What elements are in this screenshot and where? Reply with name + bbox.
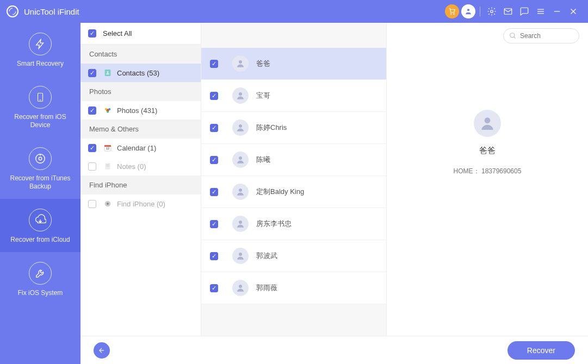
svg-point-30 bbox=[239, 60, 242, 64]
avatar-icon bbox=[232, 55, 249, 72]
contact-checkbox[interactable] bbox=[210, 220, 218, 228]
nav-icon-4 bbox=[29, 262, 52, 285]
recover-button[interactable]: Recover bbox=[507, 341, 575, 360]
titlebar: UnicTool iFindit bbox=[0, 0, 588, 23]
select-all-label: Select All bbox=[103, 29, 132, 37]
svg-point-21 bbox=[107, 111, 109, 113]
search-box[interactable] bbox=[503, 28, 579, 43]
svg-point-17 bbox=[107, 71, 109, 73]
contact-row[interactable]: 陈婷Chris bbox=[201, 112, 386, 144]
nav-icon-2 bbox=[29, 147, 52, 170]
category-item[interactable]: Find iPhone (0) bbox=[81, 194, 201, 213]
avatar-icon bbox=[232, 248, 249, 264]
svg-point-34 bbox=[239, 189, 242, 192]
svg-line-39 bbox=[514, 37, 516, 39]
nav-item-4[interactable]: Fix iOS System bbox=[0, 252, 81, 305]
svg-point-32 bbox=[239, 124, 242, 128]
detail-field-label: HOME： bbox=[454, 167, 480, 175]
category-checkbox[interactable] bbox=[88, 106, 96, 115]
category-item[interactable]: Photos (431) bbox=[81, 101, 201, 120]
contact-row[interactable]: 郭波武 bbox=[201, 240, 386, 272]
avatar-icon bbox=[232, 216, 249, 232]
nav-item-3[interactable]: Recover from iCloud bbox=[0, 199, 81, 252]
account-button[interactable] bbox=[460, 3, 476, 20]
nav-item-0[interactable]: Smart Recovery bbox=[0, 23, 81, 76]
nav-label: Recover from iTunes Backup bbox=[4, 174, 76, 191]
detail-name: 爸爸 bbox=[387, 146, 588, 156]
svg-point-33 bbox=[239, 156, 242, 160]
category-checkbox[interactable] bbox=[88, 144, 96, 152]
svg-point-20 bbox=[108, 108, 110, 110]
cart-button[interactable] bbox=[444, 3, 460, 20]
app-title: UnicTool iFindit bbox=[24, 7, 79, 16]
bottom-bar: Recover bbox=[81, 336, 588, 364]
contact-row[interactable]: 宝哥 bbox=[201, 80, 386, 112]
select-all-row[interactable]: Select All bbox=[81, 23, 201, 45]
back-button[interactable] bbox=[94, 342, 110, 359]
svg-point-3 bbox=[491, 10, 493, 13]
nav-item-1[interactable]: Recover from iOS Device bbox=[0, 76, 81, 137]
contact-name: 陈曦 bbox=[256, 155, 270, 165]
svg-point-14 bbox=[39, 157, 42, 160]
category-item[interactable]: Contacts (53) bbox=[81, 64, 201, 82]
category-checkbox[interactable] bbox=[88, 200, 96, 208]
nav-icon-1 bbox=[29, 86, 52, 109]
search-input[interactable] bbox=[520, 32, 569, 40]
close-button[interactable] bbox=[565, 3, 581, 20]
svg-point-19 bbox=[105, 108, 107, 110]
svg-point-38 bbox=[510, 33, 515, 37]
titlebar-divider bbox=[480, 7, 480, 16]
nav-label: Fix iOS System bbox=[4, 289, 76, 298]
contact-row[interactable]: 定制Baldy King bbox=[201, 176, 386, 208]
nav-item-2[interactable]: Recover from iTunes Backup bbox=[0, 137, 81, 199]
nav-icon-0 bbox=[29, 33, 52, 55]
svg-rect-4 bbox=[504, 9, 512, 15]
svg-point-36 bbox=[239, 253, 242, 256]
svg-text:12: 12 bbox=[106, 147, 109, 150]
avatar-icon bbox=[232, 184, 249, 200]
category-icon: 12 bbox=[103, 143, 113, 153]
contact-checkbox[interactable] bbox=[210, 188, 218, 196]
minimize-button[interactable] bbox=[549, 3, 565, 20]
avatar-icon bbox=[232, 280, 249, 296]
contact-list-pane: 爸爸宝哥陈婷Chris陈曦定制Baldy King房东李书忠郭波武郭雨薇 bbox=[201, 23, 387, 364]
category-label: Calendar (1) bbox=[117, 144, 156, 152]
avatar-icon bbox=[232, 87, 249, 104]
svg-point-0 bbox=[450, 14, 451, 15]
contact-row[interactable]: 陈曦 bbox=[201, 144, 386, 176]
contact-checkbox[interactable] bbox=[210, 60, 218, 68]
contact-row[interactable]: 郭雨薇 bbox=[201, 272, 386, 304]
category-checkbox[interactable] bbox=[88, 162, 96, 171]
category-label: Photos (431) bbox=[117, 106, 157, 115]
nav-icon-3 bbox=[29, 209, 52, 231]
contact-checkbox[interactable] bbox=[210, 124, 218, 132]
category-icon bbox=[103, 68, 113, 78]
category-pane: Select All ContactsContacts (53)PhotosPh… bbox=[81, 23, 201, 364]
contact-name: 郭波武 bbox=[256, 251, 277, 261]
category-header: Contacts bbox=[81, 45, 201, 64]
contact-checkbox[interactable] bbox=[210, 284, 218, 292]
contact-row[interactable]: 爸爸 bbox=[201, 48, 386, 80]
category-label: Notes (0) bbox=[117, 162, 146, 171]
avatar-icon bbox=[232, 120, 249, 136]
svg-rect-23 bbox=[104, 145, 111, 147]
category-label: Contacts (53) bbox=[117, 69, 159, 77]
contact-name: 宝哥 bbox=[256, 91, 270, 101]
category-checkbox[interactable] bbox=[88, 69, 96, 77]
nav-label: Smart Recovery bbox=[4, 60, 76, 68]
select-all-checkbox[interactable] bbox=[88, 29, 96, 37]
category-icon bbox=[103, 161, 113, 171]
contact-checkbox[interactable] bbox=[210, 252, 218, 260]
category-item[interactable]: Notes (0) bbox=[81, 157, 201, 175]
mail-button[interactable] bbox=[500, 3, 516, 20]
menu-button[interactable] bbox=[533, 3, 549, 20]
settings-button[interactable] bbox=[484, 3, 500, 20]
contact-checkbox[interactable] bbox=[210, 156, 218, 164]
contact-name: 爸爸 bbox=[256, 59, 270, 68]
feedback-button[interactable] bbox=[516, 3, 533, 20]
svg-point-2 bbox=[467, 9, 469, 11]
contact-row[interactable]: 房东李书忠 bbox=[201, 208, 386, 240]
category-header: Find iPhone bbox=[81, 175, 201, 194]
category-item[interactable]: 12Calendar (1) bbox=[81, 139, 201, 157]
contact-checkbox[interactable] bbox=[210, 92, 218, 100]
